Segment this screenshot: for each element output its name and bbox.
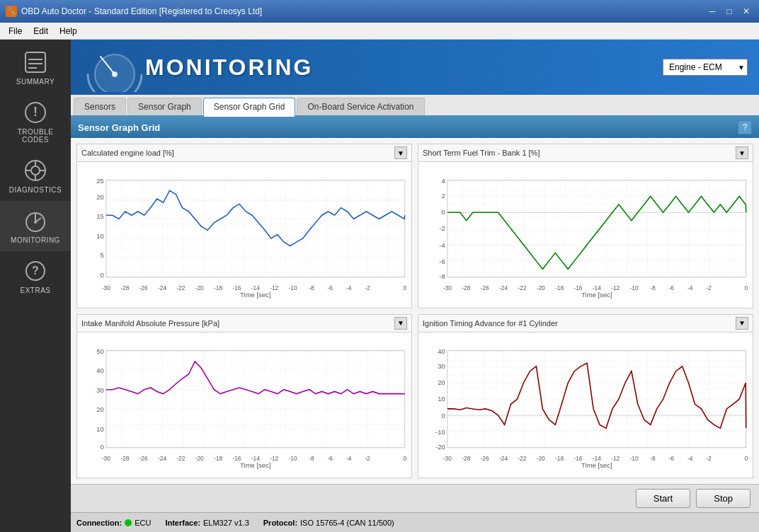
- maximize-button[interactable]: □: [722, 4, 736, 18]
- sidebar-item-diagnostics[interactable]: DIAGNOSTICS: [0, 151, 71, 201]
- svg-text:-20: -20: [537, 454, 545, 461]
- svg-text:5: 5: [100, 251, 103, 259]
- diag-icon: [23, 158, 48, 183]
- chart-panel-3: Intake Manifold Absolute Pressure [kPa] …: [76, 314, 412, 479]
- svg-text:-4: -4: [687, 284, 693, 291]
- svg-text:-4: -4: [346, 284, 352, 291]
- chart-selector-3: Intake Manifold Absolute Pressure [kPa] …: [77, 315, 411, 332]
- svg-text:0: 0: [100, 442, 103, 450]
- svg-text:-28: -28: [120, 284, 129, 291]
- header: MONITORING Engine - ECM ▼: [71, 40, 759, 95]
- svg-text:-12: -12: [270, 284, 278, 291]
- svg-text:-10: -10: [288, 284, 297, 291]
- svg-text:4: 4: [441, 177, 445, 185]
- sidebar-item-extras[interactable]: ? EXTRAS: [0, 251, 71, 301]
- chart-svg-2: 4 2 0 -2 -4 -6 -8: [421, 165, 750, 308]
- menu-file[interactable]: File: [3, 25, 28, 37]
- ecm-selector[interactable]: Engine - ECM ▼: [663, 59, 748, 76]
- help-button[interactable]: ?: [738, 120, 752, 134]
- svg-text:-22: -22: [518, 284, 526, 291]
- sidebar-item-monitoring[interactable]: MONITORING: [0, 201, 71, 251]
- summary-icon: [23, 50, 48, 75]
- tabs-bar: Sensors Sensor Graph Sensor Graph Grid O…: [71, 95, 759, 117]
- title-bar: 🔧 OBD Auto Doctor - Standard Edition [Re…: [0, 0, 759, 23]
- chart-dropdown-3[interactable]: ▼: [394, 317, 407, 330]
- svg-text:-28: -28: [462, 284, 470, 291]
- svg-text:-22: -22: [176, 284, 185, 291]
- svg-text:-2: -2: [706, 454, 712, 461]
- svg-point-13: [34, 221, 37, 224]
- chart-selector-4: Ignition Timing Advance for #1 Cylinder …: [418, 315, 753, 332]
- tab-sensor-graph[interactable]: Sensor Graph: [127, 98, 202, 115]
- svg-text:50: 50: [96, 347, 104, 354]
- svg-text:-20: -20: [435, 442, 445, 450]
- chart-dropdown-4[interactable]: ▼: [736, 317, 748, 330]
- sidebar-item-summary[interactable]: SUMMARY: [0, 42, 71, 93]
- svg-text:-18: -18: [214, 284, 222, 291]
- svg-text:0: 0: [744, 284, 748, 291]
- chart-svg-3: 50 40 30 20 10 0: [80, 335, 409, 478]
- chart-svg-4: 40 30 20 10 0 -10 -20: [421, 335, 750, 478]
- chart-label-4: Ignition Timing Advance for #1 Cylinder: [423, 319, 736, 328]
- sidebar-label-diagnostics: DIAGNOSTICS: [9, 186, 62, 194]
- svg-text:30: 30: [96, 386, 104, 393]
- chart-label-3: Intake Manifold Absolute Pressure [kPa]: [81, 319, 394, 328]
- start-button[interactable]: Start: [636, 489, 690, 508]
- sidebar-label-trouble: TROUBLE CODES: [3, 128, 68, 144]
- chart-dropdown-2[interactable]: ▼: [736, 146, 748, 159]
- svg-text:10: 10: [96, 232, 104, 240]
- svg-text:-14: -14: [593, 454, 601, 461]
- menu-help[interactable]: Help: [54, 25, 83, 37]
- svg-rect-0: [25, 52, 45, 72]
- chart-area-2: 4 2 0 -2 -4 -6 -8: [418, 162, 753, 308]
- minimize-button[interactable]: ─: [705, 4, 719, 18]
- svg-text:-20: -20: [195, 454, 204, 461]
- svg-text:0: 0: [403, 454, 406, 461]
- svg-text:10: 10: [438, 395, 445, 403]
- svg-text:-30: -30: [443, 284, 452, 291]
- svg-text:-30: -30: [443, 454, 452, 461]
- chart-dropdown-1[interactable]: ▼: [394, 146, 407, 159]
- svg-text:-12: -12: [611, 454, 620, 461]
- svg-text:-24: -24: [158, 284, 166, 291]
- svg-text:0: 0: [441, 208, 445, 216]
- svg-text:-16: -16: [232, 454, 241, 461]
- sidebar-label-summary: SUMMARY: [16, 78, 55, 86]
- svg-text:-16: -16: [232, 284, 241, 291]
- svg-text:-4: -4: [687, 454, 693, 461]
- svg-text:-20: -20: [537, 284, 545, 291]
- tab-onboard-service[interactable]: On-Board Service Activation: [297, 98, 424, 115]
- svg-rect-20: [106, 180, 405, 277]
- svg-text:-10: -10: [288, 454, 297, 461]
- svg-text:2: 2: [441, 192, 445, 200]
- close-button[interactable]: ✕: [739, 4, 753, 18]
- svg-text:-8: -8: [439, 272, 445, 280]
- ecm-dropdown[interactable]: Engine - ECM: [663, 59, 748, 76]
- svg-text:-6: -6: [669, 454, 675, 461]
- charts-container: Calculated engine load [%] ▼: [71, 138, 759, 484]
- svg-text:-8: -8: [309, 284, 314, 291]
- svg-text:-2: -2: [439, 224, 445, 232]
- sidebar-item-trouble-codes[interactable]: ! TROUBLE CODES: [0, 93, 71, 151]
- svg-text:-14: -14: [251, 284, 260, 291]
- svg-text:20: 20: [438, 378, 445, 386]
- window-title: OBD Auto Doctor - Standard Edition [Regi…: [21, 6, 701, 16]
- sidebar-label-monitoring: MONITORING: [11, 236, 60, 244]
- tab-sensors[interactable]: Sensors: [74, 98, 126, 115]
- svg-text:?: ?: [32, 265, 39, 277]
- chart-panel-2: Short Term Fuel Trim - Bank 1 [%] ▼: [418, 144, 753, 308]
- svg-text:-18: -18: [555, 454, 564, 461]
- window-controls: ─ □ ✕: [705, 4, 753, 18]
- stop-button[interactable]: Stop: [696, 489, 751, 508]
- chart-selector-1: Calculated engine load [%] ▼: [77, 144, 411, 162]
- menu-bar: File Edit Help: [0, 23, 759, 40]
- svg-text:Time [sec]: Time [sec]: [581, 461, 612, 469]
- tab-sensor-graph-grid[interactable]: Sensor Graph Grid: [203, 98, 296, 117]
- svg-text:0: 0: [403, 284, 406, 291]
- connection-value: ECU: [135, 519, 151, 527]
- svg-text:Time [sec]: Time [sec]: [240, 291, 270, 299]
- svg-text:0: 0: [441, 411, 445, 419]
- menu-edit[interactable]: Edit: [28, 25, 54, 37]
- interface-label: Interface:: [165, 519, 200, 527]
- svg-text:-4: -4: [439, 241, 445, 249]
